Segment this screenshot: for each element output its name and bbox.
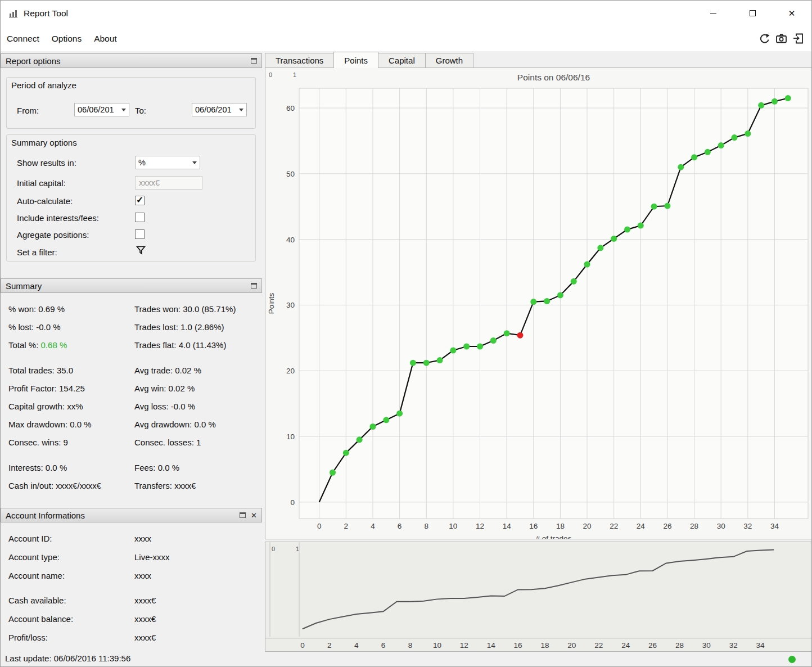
summary-row: Cash in/out: xxxx€/xxxx€Transfers: xxxx€ [1,477,262,495]
svg-text:32: 32 [743,522,752,530]
show-results-combo[interactable]: % [135,156,200,169]
svg-text:0: 0 [300,641,305,650]
camera-icon[interactable] [775,33,787,44]
summary-row: Capital growth: xx%Avg loss: -0.0 % [1,398,262,416]
summary-title: Summary [6,281,42,291]
window-controls: ✕ [693,1,811,26]
account-row: Profit/loss:xxxx€ [1,628,262,647]
window-title: Report Tool [24,8,68,19]
svg-text:1: 1 [296,546,299,552]
svg-text:32: 32 [729,641,738,650]
summary-header[interactable]: Summary [1,278,262,293]
auto-calculate-checkbox[interactable] [135,196,145,205]
svg-text:0: 0 [317,522,322,530]
export-data-icon[interactable] [792,33,804,44]
svg-text:14: 14 [503,522,512,530]
to-label: To: [135,106,146,115]
svg-text:0: 0 [290,498,295,507]
svg-text:4: 4 [354,641,359,650]
account-informations-header[interactable]: Account Informations ✕ [1,508,262,522]
menu-about[interactable]: About [88,26,123,51]
svg-text:20: 20 [286,367,295,375]
tab-points[interactable]: Points [333,52,378,68]
svg-text:28: 28 [690,522,698,530]
summary-row: Interests: 0.0 %Fees: 0.0 % [1,459,262,477]
summary-body: % won: 0.69 %Trades won: 30.0 (85.71%) %… [1,300,262,502]
period-group-title: Period of analyze [11,80,76,90]
tab-transactions[interactable]: Transactions [265,53,334,67]
initial-capital-label: Initial capital: [17,178,66,188]
minimize-button[interactable] [693,1,733,26]
toolbar-icons [759,26,804,51]
svg-text:30: 30 [702,641,711,650]
filter-funnel-icon[interactable] [136,246,146,255]
svg-text:22: 22 [594,641,603,650]
agregate-positions-checkbox[interactable] [135,229,145,239]
account-row: Account name:xxxx [1,566,262,585]
summary-row: Profit Factor: 154.25Avg win: 0.02 % [1,380,262,398]
svg-text:34: 34 [770,522,779,530]
svg-text:18: 18 [540,641,549,650]
svg-text:28: 28 [675,641,684,650]
account-informations-title: Account Informations [6,511,85,520]
maximize-icon [750,10,756,16]
account-row: Cash available:xxxx€ [1,591,262,610]
svg-text:6: 6 [381,641,386,650]
points-line-chart: 0246810121416182022242628303234010203040… [265,68,812,539]
svg-text:34: 34 [756,641,765,650]
svg-text:4: 4 [371,522,375,530]
summary-row: Total %: 0.68 % Trades flat: 4.0 (11.43%… [1,336,262,354]
svg-text:20: 20 [583,522,592,530]
from-label: From: [17,106,39,115]
period-group: Period of analyze From: 06/06/201 To: 06… [6,77,256,129]
undock-icon[interactable] [240,512,246,518]
summary-options-group: Summary options Show results in: % Initi… [6,134,256,262]
tab-bar: Transactions Points Capital Growth [265,51,812,67]
right-panel: Transactions Points Capital Growth 0 1 0… [265,51,812,667]
svg-text:16: 16 [529,522,538,530]
from-date-value: 06/06/201 [78,105,114,114]
menu-options[interactable]: Options [46,26,88,51]
close-icon: ✕ [788,8,796,19]
auto-calculate-label: Auto-calculate: [17,196,73,206]
svg-text:8: 8 [408,641,413,650]
bottom-status-strip [265,652,812,667]
svg-text:10: 10 [433,641,441,650]
chart-corner-label: 1 [293,71,296,78]
include-fees-checkbox[interactable] [135,213,145,222]
svg-text:24: 24 [621,641,630,650]
svg-text:30: 30 [286,301,295,309]
panel-close-icon[interactable]: ✕ [251,512,257,519]
show-results-label: Show results in: [17,158,76,168]
agregate-positions-label: Agregate positions: [17,230,89,240]
undock-icon[interactable] [251,283,257,289]
undock-icon[interactable] [251,58,257,64]
show-results-value: % [138,158,146,167]
summary-row: Max drawdown: 0.0 %Avg drawdown: 0.0 % [1,416,262,434]
initial-capital-input[interactable]: xxxx€ [135,176,202,190]
svg-text:10: 10 [286,432,295,441]
chevron-down-icon [192,161,197,164]
to-date-combo[interactable]: 06/06/201 [192,103,247,116]
report-options-header[interactable]: Report options [1,53,262,68]
svg-text:20: 20 [567,641,576,650]
chevron-down-icon [121,109,126,111]
overview-navigator-panel[interactable]: 010246810121416182022242628303234 [265,542,812,652]
minimize-icon [710,13,716,13]
from-date-combo[interactable]: 06/06/201 [74,103,129,116]
close-button[interactable]: ✕ [772,1,811,26]
maximize-button[interactable] [733,1,772,26]
svg-text:18: 18 [556,522,565,530]
tab-capital[interactable]: Capital [378,53,426,67]
svg-text:30: 30 [717,522,725,530]
svg-text:2: 2 [344,522,349,530]
tab-growth[interactable]: Growth [425,53,473,67]
refresh-icon[interactable] [759,33,770,44]
menu-connect[interactable]: Connect [1,26,46,51]
title-bar: Report Tool ✕ [1,1,811,26]
points-chart-panel: 0 1 024681012141618202224262830323401020… [265,67,812,539]
navigator-line-chart[interactable]: 010246810121416182022242628303234 [265,542,812,651]
app-window: Report Tool ✕ Connect Options About Repo… [0,0,812,667]
summary-row: % lost: -0.0 %Trades lost: 1.0 (2.86%) [1,318,262,336]
account-row: Account balance:xxxx€ [1,610,262,628]
